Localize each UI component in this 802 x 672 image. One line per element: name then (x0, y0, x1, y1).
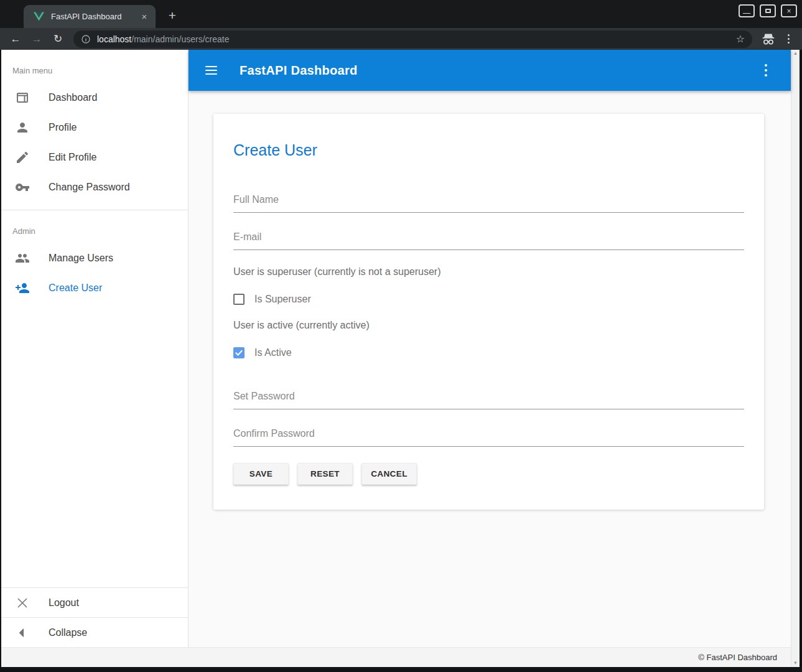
save-button[interactable]: SAVE (233, 463, 289, 485)
dashboard-icon (15, 90, 30, 105)
vue-logo-icon (34, 12, 44, 21)
sidebar-bottom: Logout Collapse (1, 587, 188, 647)
active-checkbox-label: Is Active (254, 347, 292, 358)
browser-tab-strip: FastAPI Dashboard × + — × (0, 0, 802, 28)
person-add-icon (15, 281, 30, 296)
confirm-password-input[interactable] (233, 426, 744, 447)
appbar-kebab-menu-icon[interactable] (760, 63, 772, 78)
superuser-checkbox[interactable] (233, 294, 245, 305)
person-icon (15, 120, 30, 135)
people-icon (15, 251, 30, 266)
incognito-icon (761, 32, 776, 46)
sidebar-item-dashboard[interactable]: Dashboard (1, 83, 188, 113)
superuser-checkbox-row[interactable]: Is Superuser (233, 294, 744, 305)
browser-menu-icon[interactable] (782, 32, 795, 47)
form-buttons: SAVE RESET CANCEL (233, 463, 744, 485)
scroll-down-arrow-icon[interactable]: ▼ (793, 661, 798, 666)
active-hint: User is active (currently active) (233, 320, 744, 331)
confirm-password-field-wrap (233, 426, 744, 447)
url-host: localhost (97, 34, 131, 44)
superuser-hint: User is superuser (currently is not a su… (233, 266, 744, 278)
active-checkbox[interactable] (233, 347, 245, 358)
create-user-card: Create User User is superuser (currently… (213, 114, 764, 510)
hamburger-menu-icon[interactable] (205, 66, 217, 75)
set-password-field-wrap (233, 388, 744, 409)
sidebar-item-change-password[interactable]: Change Password (1, 172, 188, 202)
url-text: localhost/main/admin/users/create (97, 34, 731, 44)
maximize-icon (765, 9, 771, 13)
back-button[interactable]: ← (7, 31, 24, 47)
sidebar-item-label: Edit Profile (49, 152, 96, 163)
chevron-left-icon (15, 625, 30, 640)
page-viewport: Main menu Dashboard Profile Edit Profile… (1, 50, 800, 667)
sidebar-item-label: Manage Users (49, 253, 113, 264)
superuser-checkbox-label: Is Superuser (254, 294, 311, 305)
check-icon (235, 348, 243, 357)
sidebar-item-collapse[interactable]: Collapse (1, 617, 188, 647)
page-scrollbar[interactable]: ▲ ▼ (791, 50, 800, 667)
main-content: Create User User is superuser (currently… (189, 91, 791, 647)
pencil-icon (15, 150, 30, 165)
full-name-input[interactable] (233, 192, 744, 213)
window-controls: — × (739, 4, 797, 17)
sidebar-item-create-user[interactable]: Create User (1, 273, 188, 303)
sidebar-item-manage-users[interactable]: Manage Users (1, 243, 188, 273)
sidebar-item-label: Dashboard (49, 92, 97, 103)
page-footer: © FastAPI Dashboard (1, 647, 791, 667)
set-password-input[interactable] (233, 388, 744, 409)
appbar-title: FastAPI Dashboard (240, 63, 358, 78)
sidebar-item-label: Create User (49, 282, 102, 294)
sidebar-item-logout[interactable]: Logout (1, 587, 188, 617)
reload-button[interactable]: ↻ (50, 31, 66, 47)
sidebar-item-label: Change Password (49, 182, 130, 193)
close-icon (15, 595, 30, 610)
tab-title: FastAPI Dashboard (51, 12, 138, 21)
app-bar: FastAPI Dashboard (189, 50, 791, 91)
email-field-wrap (233, 229, 744, 250)
url-path: /main/admin/users/create (131, 34, 229, 44)
window-close-button[interactable]: × (781, 4, 797, 17)
forward-button[interactable]: → (29, 31, 45, 47)
copyright-text: © FastAPI Dashboard (698, 653, 777, 662)
tab-close-icon[interactable]: × (138, 11, 151, 23)
full-name-field-wrap (233, 192, 744, 213)
sidebar-item-label: Collapse (49, 627, 87, 638)
active-checkbox-row[interactable]: Is Active (233, 347, 744, 358)
browser-tab[interactable]: FastAPI Dashboard × (24, 5, 156, 28)
main-column: FastAPI Dashboard Create User User is su… (189, 50, 791, 647)
new-tab-button[interactable]: + (163, 6, 182, 25)
window-maximize-button[interactable] (760, 4, 776, 17)
sidebar-item-profile[interactable]: Profile (1, 113, 188, 142)
address-bar[interactable]: localhost/main/admin/users/create ☆ (73, 30, 752, 48)
scroll-up-arrow-icon[interactable]: ▲ (793, 51, 798, 56)
sidebar-section-main-menu: Main menu (1, 50, 188, 83)
key-icon (15, 180, 30, 195)
sidebar-section-admin: Admin (1, 210, 188, 243)
cancel-button[interactable]: CANCEL (361, 463, 417, 485)
window-minimize-button[interactable]: — (739, 4, 755, 17)
browser-toolbar: ← → ↻ localhost/main/admin/users/create … (0, 28, 802, 50)
sidebar-item-label: Logout (49, 597, 79, 609)
sidebar-item-label: Profile (49, 122, 77, 133)
page-title: Create User (233, 141, 744, 159)
sidebar-item-edit-profile[interactable]: Edit Profile (1, 142, 188, 172)
email-input[interactable] (233, 229, 744, 250)
reset-button[interactable]: RESET (297, 463, 353, 485)
sidebar: Main menu Dashboard Profile Edit Profile… (1, 50, 189, 647)
info-icon[interactable] (81, 34, 91, 44)
bookmark-star-icon[interactable]: ☆ (736, 33, 745, 45)
